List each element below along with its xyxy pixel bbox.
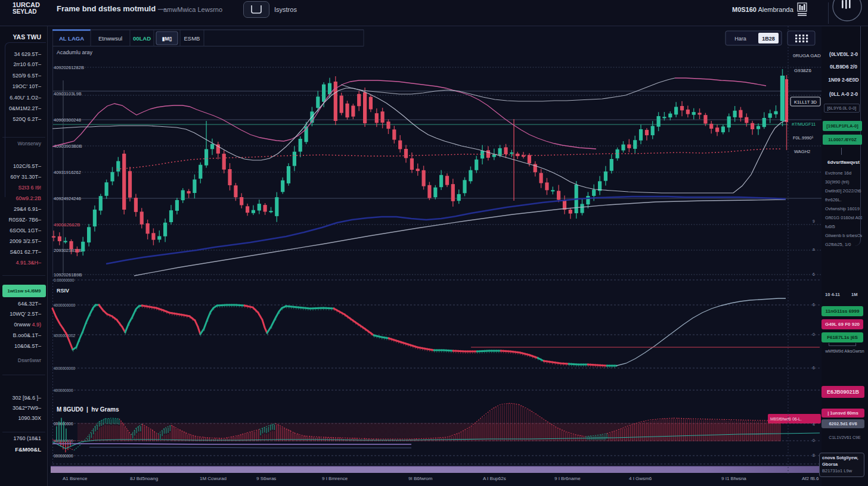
svg-text:0: 0: [813, 438, 815, 443]
svg-text:40900300248: 40900300248: [54, 117, 81, 123]
svg-text:F0L.9990¹: F0L.9990¹: [793, 135, 814, 141]
svg-text:0.00000000: 0.00000000: [54, 278, 75, 282]
svg-text:a: a: [813, 247, 815, 251]
svg-text:0RUGA GAD: 0RUGA GAD: [793, 53, 821, 58]
svg-text:6: 6: [813, 366, 815, 370]
svg-text:K1LL1T 3D: K1LL1T 3D: [794, 99, 817, 105]
svg-text:9 I1 Bfwsna: 9 I1 Bfwsna: [721, 476, 746, 481]
svg-text:9: 9: [813, 219, 815, 223]
svg-text:WAGH2: WAGH2: [794, 149, 810, 154]
svg-text:M 8GUD0 | hv Grams: M 8GUD0 | hv Grams: [57, 406, 119, 413]
svg-text:A1 Bsrence: A1 Bsrence: [63, 476, 88, 481]
svg-text:9 I Bmrence: 9 I Bmrence: [322, 476, 348, 481]
svg-text:4: 4: [813, 422, 815, 426]
svg-text:4000000000: 4000000000: [54, 366, 76, 370]
svg-text:8J Bd5noang: 8J Bd5noang: [130, 476, 158, 481]
svg-text:9I B6fwrom: 9I B6fwrom: [408, 476, 433, 481]
svg-text:40903903B0B: 40903903B0B: [54, 144, 82, 149]
svg-text:00LAD: 00LAD: [133, 35, 151, 42]
svg-text:8: 8: [813, 453, 815, 457]
svg-text:4900&26&2B: 4900&26&2B: [54, 222, 80, 228]
svg-text:40920261282B: 40920261282B: [54, 65, 84, 70]
svg-text:40931916262: 40931916262: [54, 170, 81, 175]
svg-text:9 S6wras: 9 S6wras: [256, 476, 276, 481]
svg-text:0: 0: [813, 332, 815, 337]
svg-text:40924924246: 40924924246: [54, 196, 81, 201]
svg-text:RSIV: RSIV: [57, 288, 69, 294]
svg-text:4000000002: 4000000002: [54, 334, 76, 338]
svg-text:9 I Br6name: 9 I Br6name: [554, 476, 581, 481]
svg-text:Hara: Hara: [734, 36, 746, 42]
svg-text:A I Bup62s: A I Bup62s: [483, 476, 506, 481]
svg-text:400000000: 400000000: [54, 388, 73, 392]
svg-text:6: 6: [813, 303, 815, 307]
svg-text:6: 6: [813, 272, 815, 276]
svg-text:4 I Gwsm6: 4 I Gwsm6: [629, 476, 652, 481]
svg-text:G938Z6: G938Z6: [794, 68, 811, 73]
svg-text:10920261B9B: 10920261B9B: [54, 272, 82, 278]
svg-text:AL LAGA: AL LAGA: [59, 35, 84, 42]
svg-text:000000000: 000000000: [54, 454, 73, 458]
svg-text:ESMB: ESMB: [184, 35, 200, 42]
svg-text:▮M▯: ▮M▯: [162, 36, 172, 42]
svg-text:Etnwwsul: Etnwwsul: [98, 35, 122, 42]
svg-text:1B28: 1B28: [762, 36, 775, 42]
svg-text:40903103L9B: 40903103L9B: [54, 91, 82, 96]
svg-text:1M Ccwurad: 1M Ccwurad: [200, 476, 227, 481]
svg-text:4000000000: 4000000000: [54, 303, 76, 307]
svg-text:#7/MUGF11: #7/MUGF11: [792, 122, 816, 127]
svg-text:Af2 fB.6: Af2 fB.6: [802, 476, 819, 481]
svg-text:Acadumlu aray: Acadumlu aray: [57, 49, 93, 55]
